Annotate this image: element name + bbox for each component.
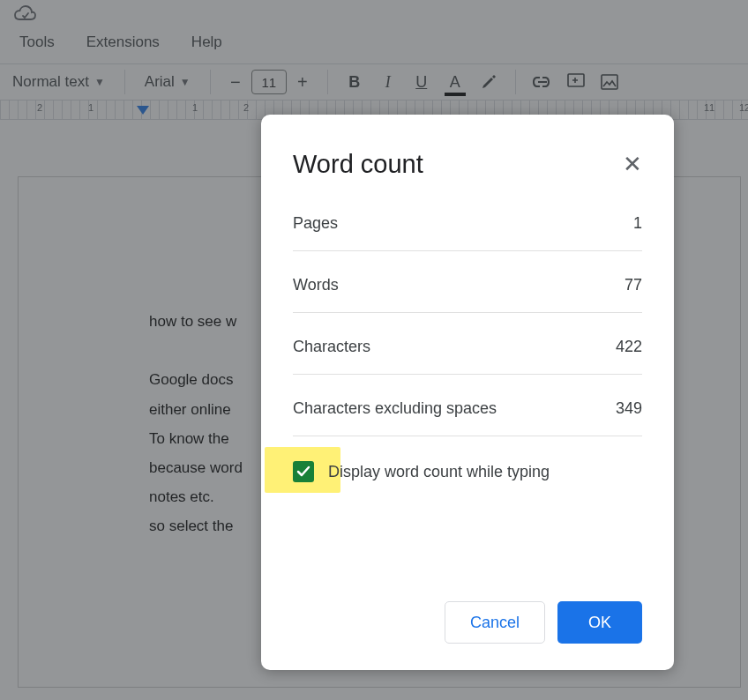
dialog-title: Word count — [293, 150, 423, 179]
display-while-typing-checkbox[interactable] — [293, 461, 314, 482]
stat-characters-no-spaces: Characters excluding spaces 349 — [293, 399, 642, 436]
stat-value: 77 — [625, 276, 642, 294]
stat-characters: Characters 422 — [293, 338, 642, 375]
display-while-typing-row[interactable]: Display word count while typing — [293, 461, 642, 482]
stat-value: 1 — [633, 214, 642, 233]
stat-label: Characters — [293, 338, 370, 356]
cancel-button[interactable]: Cancel — [445, 601, 545, 644]
stat-value: 349 — [616, 399, 642, 418]
stat-value: 422 — [616, 338, 642, 356]
stat-pages: Pages 1 — [293, 214, 642, 251]
display-while-typing-label: Display word count while typing — [328, 463, 550, 481]
word-count-dialog: Word count ✕ Pages 1 Words 77 Characters… — [261, 115, 674, 670]
stat-label: Words — [293, 276, 339, 294]
close-icon[interactable]: ✕ — [623, 151, 642, 178]
stat-words: Words 77 — [293, 276, 642, 313]
stat-label: Pages — [293, 214, 338, 233]
ok-button[interactable]: OK — [557, 601, 642, 644]
stat-label: Characters excluding spaces — [293, 399, 497, 418]
check-icon — [296, 465, 310, 478]
